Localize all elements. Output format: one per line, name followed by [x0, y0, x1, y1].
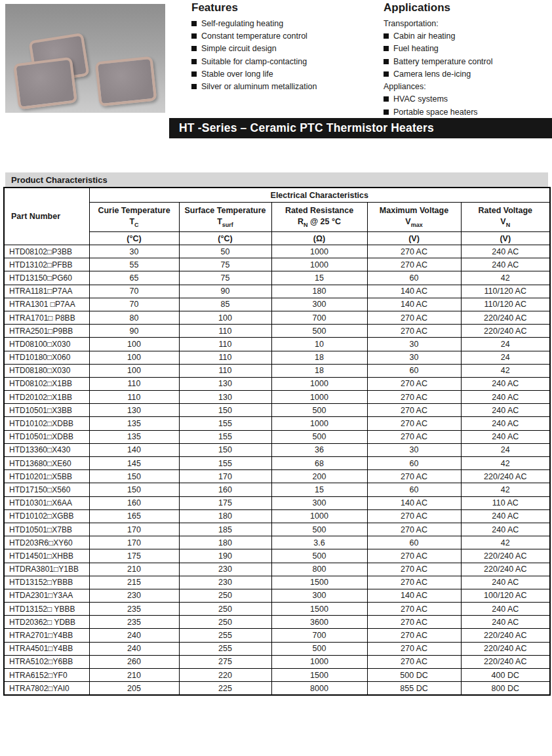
- bullet-item-label: Stable over long life: [201, 70, 273, 79]
- bullet-list-item: Simple circuit design: [191, 43, 378, 55]
- value-cell: 220/240 AC: [461, 549, 550, 563]
- value-cell: 42: [461, 483, 550, 496]
- value-cell: 50: [179, 245, 271, 258]
- column-title: Rated Resistance: [285, 206, 353, 215]
- value-cell: 60: [367, 483, 461, 496]
- value-cell: 500: [271, 549, 367, 563]
- bullet-square-icon: [191, 33, 197, 39]
- part-number-cell: HTRA7802□YAI0: [4, 682, 89, 696]
- value-cell: 18: [271, 364, 367, 377]
- value-cell: 235: [89, 603, 179, 616]
- value-cell: 270 AC: [367, 377, 461, 390]
- table-row: HTD08102□P3BB30501000270 AC240 AC: [4, 245, 550, 258]
- value-cell: 270 AC: [367, 655, 461, 668]
- value-cell: 135: [89, 430, 179, 443]
- value-cell: 400 DC: [461, 669, 550, 682]
- unit-cell: (V): [367, 232, 461, 245]
- value-cell: 15: [271, 483, 367, 496]
- value-cell: 270 AC: [367, 616, 461, 629]
- value-cell: 240: [89, 642, 179, 655]
- table-row: HTD10301□X6AA160175300140 AC110 AC: [4, 496, 550, 509]
- value-cell: 270 AC: [367, 417, 461, 430]
- features-section: Features Self-regulating heatingConstant…: [191, 1, 378, 93]
- value-cell: 130: [89, 404, 179, 417]
- value-cell: 36: [271, 443, 367, 456]
- value-cell: 270 AC: [367, 325, 461, 338]
- value-cell: 140 AC: [367, 589, 461, 602]
- value-cell: 70: [89, 285, 179, 298]
- value-cell: 80: [89, 311, 179, 324]
- table-row: HTRA1301 □P7AA7085300140 AC110/120 AC: [4, 298, 550, 311]
- value-cell: 155: [179, 457, 271, 470]
- features-title: Features: [191, 1, 378, 14]
- part-number-cell: HTRA2701□Y4BB: [4, 629, 89, 642]
- value-cell: 110: [89, 391, 179, 404]
- part-number-cell: HTD10301□X6AA: [4, 496, 89, 509]
- bullet-list-item: Battery temperature control: [384, 55, 549, 68]
- value-cell: 270 AC: [367, 563, 461, 576]
- value-cell: 240 AC: [461, 377, 550, 390]
- bullet-list-item: Portable space heaters: [384, 106, 549, 118]
- bullet-list-item: Suitable for clamp-contacting: [191, 55, 378, 68]
- unit-cell: (Ω): [271, 232, 367, 245]
- value-cell: 255: [179, 629, 271, 642]
- value-cell: 140 AC: [367, 298, 461, 311]
- bullet-square-icon: [384, 96, 389, 102]
- value-cell: 210: [89, 669, 179, 682]
- value-cell: 1000: [271, 377, 367, 390]
- part-number-cell: HTD10501□X7BB: [4, 523, 89, 536]
- value-cell: 270 AC: [367, 523, 461, 536]
- part-number-cell: HTD203R6□XY60: [4, 536, 89, 549]
- table-row: HTD13360□X430140150363024: [4, 443, 550, 456]
- column-symbol: V: [405, 217, 410, 226]
- value-cell: 235: [89, 616, 179, 629]
- part-number-cell: HTD13152□YBBB: [4, 576, 89, 589]
- value-cell: 220/240 AC: [461, 470, 550, 483]
- value-cell: 500: [271, 523, 367, 536]
- applications-section: Applications Transportation: Cabin air h…: [384, 1, 549, 118]
- product-photo: [5, 4, 165, 113]
- part-number-cell: HTD08102□X1BB: [4, 377, 89, 390]
- section-title-bar: Product Characteristics: [5, 172, 548, 187]
- part-number-cell: HTRA1181□P7AA: [4, 285, 89, 298]
- value-cell: 215: [89, 576, 179, 589]
- value-cell: 270 AC: [367, 470, 461, 483]
- value-cell: 90: [179, 285, 271, 298]
- column-header-curie-temperature: Curie Temperature TC: [89, 203, 179, 232]
- column-symbol-sub: N: [506, 222, 511, 228]
- part-number-cell: HTRA5102□Y6BB: [4, 655, 89, 668]
- table-row: HTD13150□PG606575156042: [4, 271, 550, 285]
- value-cell: 270 AC: [367, 430, 461, 443]
- value-cell: 30: [89, 245, 179, 258]
- value-cell: 30: [367, 443, 461, 456]
- value-cell: 24: [461, 351, 550, 364]
- value-cell: 500: [271, 642, 367, 655]
- table-row: HTD13680□XE60145155686042: [4, 457, 550, 470]
- value-cell: 240 AC: [461, 509, 550, 523]
- features-list: Self-regulating heatingConstant temperat…: [191, 17, 378, 93]
- column-symbol: T: [217, 217, 222, 226]
- bullet-square-icon: [384, 59, 389, 64]
- value-cell: 24: [461, 338, 550, 351]
- table-row: HTD10501□XDBB135155500270 AC240 AC: [4, 430, 550, 443]
- value-cell: 110: [179, 351, 271, 364]
- bullet-square-icon: [191, 46, 197, 51]
- value-cell: 1000: [271, 391, 367, 404]
- value-cell: 110/120 AC: [461, 298, 550, 311]
- bullet-item-label: Silver or aluminum metallization: [201, 82, 317, 91]
- value-cell: 160: [179, 483, 271, 496]
- value-cell: 155: [179, 417, 271, 430]
- value-cell: 42: [461, 457, 550, 470]
- section-title: Product Characteristics: [11, 175, 108, 185]
- part-number-cell: HTD20362□ YDBB: [4, 616, 89, 629]
- value-cell: 180: [271, 285, 367, 298]
- value-cell: 3.6: [271, 536, 367, 549]
- column-symbol: R: [298, 217, 304, 226]
- value-cell: 500 DC: [367, 669, 461, 682]
- part-number-cell: HTD13360□X430: [4, 443, 89, 456]
- value-cell: 1500: [271, 576, 367, 589]
- applications-group-appliances: Appliances:: [384, 80, 549, 92]
- part-number-cell: HTD10501□X3BB: [4, 404, 89, 417]
- value-cell: 270 AC: [367, 603, 461, 616]
- value-cell: 140 AC: [367, 496, 461, 509]
